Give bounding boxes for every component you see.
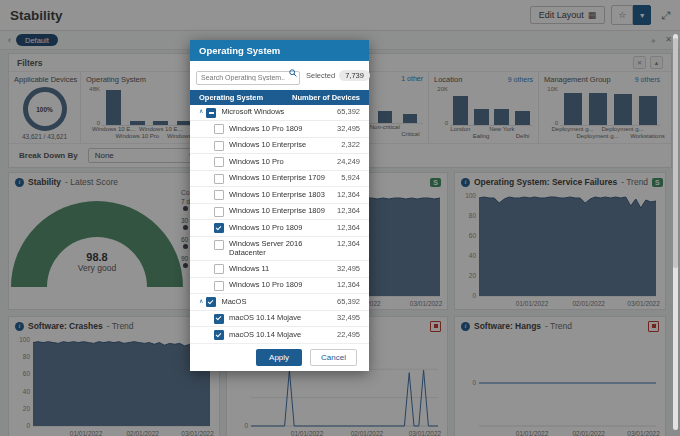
col-number-of-devices: Number of Devices [292, 93, 360, 102]
checkbox[interactable] [214, 174, 224, 184]
selected-label: Selected [306, 71, 335, 80]
modal-table-header: Operating System Number of Devices [190, 90, 369, 105]
checkbox[interactable] [214, 330, 224, 340]
os-count: 24,249 [337, 157, 360, 166]
os-row[interactable]: Windows 10 Pro 180912,364 [190, 220, 369, 237]
os-label: Windows 10 Enterprise 1809 [229, 206, 333, 215]
operating-system-modal: Operating System Selected 7,739 Operatin… [190, 40, 369, 371]
os-label: Windows 11 [229, 264, 333, 273]
checkbox[interactable] [214, 207, 224, 217]
os-count: 12,364 [337, 190, 360, 199]
os-count: 2,322 [341, 140, 360, 149]
os-label: macOS 10.14 Mojave [229, 313, 333, 322]
chevron-up-icon[interactable]: ∧ [199, 107, 203, 116]
modal-title: Operating System [190, 40, 369, 61]
checkbox[interactable] [214, 314, 224, 324]
checkbox[interactable] [214, 157, 224, 167]
os-row[interactable]: Windows 10 Enterprise 180912,364 [190, 204, 369, 221]
checkbox[interactable] [206, 297, 216, 307]
os-label: Windows 10 Enterprise 1709 [229, 173, 337, 182]
os-label: Windows 10 Pro 1809 [229, 280, 333, 289]
checkbox[interactable] [214, 124, 224, 134]
checkbox[interactable] [214, 281, 224, 291]
os-label: Windows 10 Pro 1809 [229, 223, 333, 232]
os-count: 12,364 [337, 206, 360, 215]
os-count: 12,364 [337, 280, 360, 289]
page-scrollbar[interactable] [673, 34, 678, 430]
os-row[interactable]: Windows 10 Enterprise 180312,364 [190, 187, 369, 204]
os-count: 32,495 [337, 124, 360, 133]
checkbox[interactable] [214, 141, 224, 151]
search-icon [289, 69, 297, 77]
checkbox[interactable] [214, 240, 224, 250]
scrollbar-thumb[interactable] [673, 38, 678, 268]
os-label: Windows 10 Pro [229, 157, 333, 166]
os-row[interactable]: Windows 10 Enterprise2,322 [190, 138, 369, 155]
os-count: 32,495 [337, 313, 360, 322]
selected-count-badge: 7,739 [339, 70, 370, 81]
os-count: 12,364 [337, 239, 360, 248]
os-count: 12,364 [337, 223, 360, 232]
os-row[interactable]: Windows 10 Pro 180912,364 [190, 278, 369, 295]
checkbox[interactable] [214, 223, 224, 233]
os-row[interactable]: Windows 10 Pro24,249 [190, 154, 369, 171]
os-row[interactable]: Windows 10 Enterprise 17095,924 [190, 171, 369, 188]
search-input[interactable] [196, 71, 300, 85]
os-label: macOS 10.14 Mojave [229, 330, 333, 339]
os-row[interactable]: ∧Microsoft Windows65,392 [190, 105, 369, 122]
os-count: 65,392 [337, 297, 360, 306]
os-label: Windows Server 2016 Datacenter [229, 239, 333, 258]
os-label: Microsoft Windows [221, 107, 333, 116]
cancel-button[interactable]: Cancel [310, 349, 357, 366]
os-row[interactable]: Windows 1132,495 [190, 261, 369, 278]
col-operating-system: Operating System [199, 93, 263, 102]
os-row[interactable]: Windows Server 2016 Datacenter12,364 [190, 237, 369, 262]
os-row[interactable]: macOS 10.14 Mojave22,495 [190, 327, 369, 343]
checkbox[interactable] [214, 264, 224, 274]
os-count: 5,924 [341, 173, 360, 182]
os-label: Windows 10 Pro 1809 [229, 124, 333, 133]
os-count: 65,392 [337, 107, 360, 116]
checkbox[interactable] [206, 108, 216, 118]
os-list: ∧Microsoft Windows65,392Windows 10 Pro 1… [190, 105, 369, 344]
apply-button[interactable]: Apply [256, 349, 302, 366]
os-row[interactable]: ∧MacOS65,392 [190, 294, 369, 311]
os-label: Windows 10 Enterprise [229, 140, 337, 149]
os-row[interactable]: macOS 10.14 Mojave32,495 [190, 311, 369, 328]
os-count: 32,495 [337, 264, 360, 273]
os-label: MacOS [221, 297, 333, 306]
chevron-up-icon[interactable]: ∧ [199, 297, 203, 306]
os-row[interactable]: Windows 10 Pro 180932,495 [190, 121, 369, 138]
os-label: Windows 10 Enterprise 1803 [229, 190, 333, 199]
os-count: 22,495 [337, 330, 360, 339]
checkbox[interactable] [214, 190, 224, 200]
